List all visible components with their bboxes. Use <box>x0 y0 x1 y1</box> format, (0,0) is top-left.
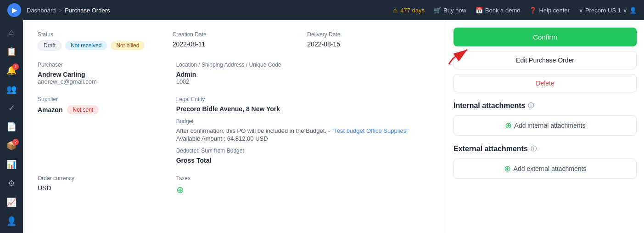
book-demo-button[interactable]: 📅 Book a demo <box>476 7 521 14</box>
delivery-date-value: 2022-08-15 <box>307 40 431 48</box>
order-currency-value: USD <box>38 184 165 192</box>
sidebar-item-people[interactable]: 👥 <box>3 81 20 97</box>
legal-entity-label: Legal Entity <box>176 96 431 102</box>
user-menu[interactable]: ∨ Precoro US 1 ∨ 👤 <box>579 7 637 14</box>
logo[interactable]: ▶ <box>7 3 21 17</box>
help-center-button[interactable]: ❓ Help center <box>529 7 569 14</box>
purchaser-label: Purchaser <box>38 62 165 68</box>
alert-badge: 1 <box>12 63 19 70</box>
sidebar-item-invoice[interactable]: 📄 <box>3 119 20 134</box>
badge-draft: Draft <box>38 40 62 51</box>
order-currency-field: Order currency USD <box>38 175 165 195</box>
warning-text: 477 days <box>400 7 425 14</box>
delivery-date-label: Delivery Date <box>307 31 431 38</box>
warning-icon: ⚠ <box>392 7 398 14</box>
taxes-field: Taxes ⊕ <box>176 175 431 195</box>
sidebar-item-analytics[interactable]: 📊 <box>3 157 20 172</box>
fields-row-4: Order currency USD Taxes ⊕ <box>38 175 431 195</box>
top-navigation: ▶ Dashboard > Purchase Orders ⚠ 477 days… <box>0 0 644 20</box>
breadcrumb-current: Purchase Orders <box>65 7 110 14</box>
sidebar-item-home[interactable]: ⌂ <box>3 25 20 40</box>
budget-link[interactable]: "Test budget Office Supplies" <box>332 127 409 134</box>
taxes-label: Taxes <box>176 175 431 182</box>
creation-date-field: Creation Date 2022-08-11 <box>173 31 297 51</box>
legal-budget-field: Legal Entity Precoro Bidle Avenue, 8 New… <box>176 96 431 164</box>
external-attachments-label: External attachments <box>454 145 528 153</box>
add-internal-attachments-button[interactable]: ⊕ Add internal attachments <box>454 115 637 136</box>
budget-desc-text: After confirmation, this PO will be incl… <box>176 127 330 134</box>
add-external-label: Add external attachments <box>514 165 587 172</box>
purchaser-email: andrew_c@gmail.com <box>38 78 165 85</box>
chevron-down-icon-2: ∨ <box>623 7 627 14</box>
buy-now-button[interactable]: 🛒 Buy now <box>434 7 466 14</box>
budget-description: After confirmation, this PO will be incl… <box>176 127 431 134</box>
supplier-field: Supplier Amazon Not sent <box>38 96 165 164</box>
chevron-down-icon: ∨ <box>579 7 583 14</box>
receive-badge: 2 <box>12 139 19 145</box>
warning-banner[interactable]: ⚠ 477 days <box>392 7 425 14</box>
location-label: Location / Shipping Address / Unique Cod… <box>176 62 431 68</box>
user-avatar-icon: 👤 <box>629 7 637 14</box>
supplier-label: Supplier <box>38 96 165 102</box>
calendar-icon: 📅 <box>476 7 483 14</box>
external-attachments-info-icon: ⓘ <box>531 145 537 153</box>
user-name: Precoro US 1 <box>585 7 621 14</box>
book-demo-label: Book a demo <box>485 7 521 14</box>
deducted-sum-label: Deducted Sum from Budget <box>176 148 431 154</box>
breadcrumb: Dashboard > Purchase Orders <box>27 7 110 14</box>
cart-icon: 🛒 <box>434 7 441 14</box>
internal-attachments-section: Internal attachments ⓘ ⊕ Add internal at… <box>454 102 637 136</box>
supplier-name: Amazon <box>38 106 62 114</box>
internal-attachments-label: Internal attachments <box>454 102 525 110</box>
sidebar-item-receive[interactable]: 📦 2 <box>3 138 20 153</box>
external-attachments-section: External attachments ⓘ ⊕ Add external at… <box>454 145 637 179</box>
sidebar-item-checklist[interactable]: ✓ <box>3 100 20 115</box>
location-name: Admin <box>176 71 431 78</box>
location-field: Location / Shipping Address / Unique Cod… <box>176 62 431 85</box>
internal-attachments-info-icon: ⓘ <box>528 102 534 110</box>
edit-purchase-order-button[interactable]: Edit Purchase Order <box>454 51 637 69</box>
add-tax-button[interactable]: ⊕ <box>176 184 431 195</box>
fields-row-1: Status Draft Not received Not billed Cre… <box>38 31 431 51</box>
confirm-button[interactable]: Confirm <box>454 28 637 46</box>
budget-available: Available Amount : 64,812,00 USD <box>176 135 431 142</box>
purchaser-name: Andrew Carling <box>38 71 165 78</box>
status-field: Status Draft Not received Not billed <box>38 31 162 51</box>
main-layout: ⌂ 📋 🔔 1 👥 ✓ 📄 📦 2 📊 ⚙ 📈 👤 Status Draft <box>0 20 644 233</box>
location-code: 1002 <box>176 78 431 85</box>
sidebar-item-user[interactable]: 👤 <box>3 213 20 228</box>
sidebar-item-alerts[interactable]: 🔔 1 <box>3 63 20 78</box>
sidebar-item-settings[interactable]: ⚙ <box>3 176 20 191</box>
plus-circle-icon: ⊕ <box>505 120 512 131</box>
fields-row-2: Purchaser Andrew Carling andrew_c@gmail.… <box>38 62 431 85</box>
help-icon: ❓ <box>529 7 537 14</box>
status-badges: Draft Not received Not billed <box>38 40 162 51</box>
deducted-sum-value: Gross Total <box>176 157 431 164</box>
delivery-date-field: Delivery Date 2022-08-15 <box>307 31 431 51</box>
internal-attachments-title: Internal attachments ⓘ <box>454 102 637 110</box>
detail-panel: Status Draft Not received Not billed Cre… <box>23 20 644 233</box>
budget-label: Budget <box>176 118 431 125</box>
delete-button[interactable]: Delete <box>454 74 637 92</box>
detail-sidebar: Confirm Edit Purchase Order Delete <box>446 20 644 233</box>
badge-not-received: Not received <box>65 41 107 50</box>
help-center-label: Help center <box>539 7 569 14</box>
sidebar: ⌂ 📋 🔔 1 👥 ✓ 📄 📦 2 📊 ⚙ 📈 👤 <box>0 20 23 233</box>
badge-not-sent: Not sent <box>67 105 99 114</box>
plus-circle-icon-2: ⊕ <box>504 164 511 174</box>
logo-icon: ▶ <box>12 6 17 14</box>
topnav-right: ⚠ 477 days 🛒 Buy now 📅 Book a demo ❓ Hel… <box>392 7 637 14</box>
breadcrumb-home[interactable]: Dashboard <box>27 7 56 14</box>
supplier-row: Amazon Not sent <box>38 105 165 114</box>
buy-now-label: Buy now <box>443 7 466 14</box>
sidebar-item-orders[interactable]: 📋 <box>3 44 20 59</box>
creation-date-label: Creation Date <box>173 31 297 38</box>
add-internal-label: Add internal attachments <box>515 122 586 129</box>
order-currency-label: Order currency <box>38 175 165 182</box>
detail-main: Status Draft Not received Not billed Cre… <box>23 20 446 233</box>
sidebar-item-trend[interactable]: 📈 <box>3 194 20 210</box>
add-external-attachments-button[interactable]: ⊕ Add external attachments <box>454 159 637 179</box>
legal-entity-value: Precoro Bidle Avenue, 8 New York <box>176 105 431 113</box>
arrow-container: Confirm <box>454 28 637 51</box>
fields-row-3: Supplier Amazon Not sent Legal Entity Pr… <box>38 96 431 164</box>
